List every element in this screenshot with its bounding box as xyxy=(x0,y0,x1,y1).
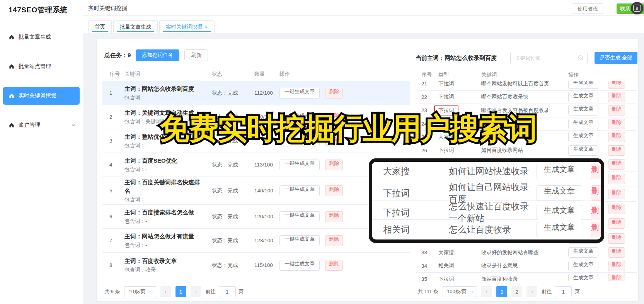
generate-article-button[interactable]: 一键生成文章 xyxy=(279,211,320,222)
add-task-button[interactable]: 添加挖词任务 xyxy=(136,49,179,61)
generate-article-button[interactable]: 一键生成文章 xyxy=(279,88,320,99)
delete-button[interactable]: 删除 xyxy=(608,274,625,281)
cell-count: 123/100 xyxy=(254,238,279,243)
tab-article-batch[interactable]: 批量文章生成 xyxy=(113,20,158,33)
table-row[interactable]: 1 主词：网站怎么收录到百度包含词：- 状态：完成 112/100 一键生成文章… xyxy=(102,81,410,105)
page-button-1[interactable]: 1 xyxy=(175,286,186,297)
cell-keyword: 新站百度秒收录 xyxy=(481,276,568,281)
sidebar-item-account[interactable]: 账户管理 xyxy=(0,116,83,134)
delete-button[interactable]: 删除 xyxy=(608,145,625,156)
table-row[interactable]: 33 大家搜 收录好的发帖网站有哪些 生成文章删除 xyxy=(416,246,637,260)
cell-keyword: 哪个网站百度收录快 xyxy=(481,93,568,100)
delete-button[interactable]: 删除 xyxy=(325,211,343,222)
generate-article-button[interactable]: 生成文章 xyxy=(568,261,598,271)
delete-button[interactable]: 删除 xyxy=(325,185,343,196)
generate-article-button[interactable]: 生成文章 xyxy=(537,222,582,237)
prev-page-button[interactable]: ‹ xyxy=(160,286,171,297)
generate-article-button[interactable]: 一键生成文章 xyxy=(279,160,320,170)
delete-button[interactable]: 删除 xyxy=(608,261,625,271)
table-row[interactable]: 6 主词：百度搜索排名怎么做包含词：- 状态：完成 120/100 一键生成文章… xyxy=(102,205,410,229)
col-no: 序号 xyxy=(421,71,438,78)
table-row[interactable]: 7 主词：网站怎么做才有流量包含词：- 状态：完成 123/100 一键生成文章… xyxy=(102,229,410,253)
generate-article-button[interactable]: 生成文章 xyxy=(568,81,598,89)
delete-button[interactable]: 删除 xyxy=(608,233,625,244)
generate-article-button[interactable]: 生成文章 xyxy=(568,92,598,102)
sidebar-item-keyword-mining[interactable]: 实时关键词挖掘 xyxy=(3,87,80,105)
sidebar-item-article-batch[interactable]: 批量文章生成 xyxy=(0,28,83,46)
delete-button[interactable]: 删除 xyxy=(608,81,625,89)
col-keyword: 关键词 xyxy=(124,71,212,78)
delete-button[interactable]: 删除 xyxy=(608,119,625,129)
table-row[interactable]: 34 相关词 收录是什么意思 生成文章删除 xyxy=(416,259,637,273)
tutorial-button[interactable]: 使用教程 xyxy=(572,3,603,14)
delete-button[interactable]: 删除 xyxy=(608,247,625,258)
table-row[interactable]: 4 主词：百度SEO优化包含词：- 状态：完成 113/100 一键生成文章删除 xyxy=(102,153,410,177)
tab-home[interactable]: 首页 xyxy=(88,20,112,33)
float-widget-icon[interactable]: 文 xyxy=(631,2,643,14)
delete-button[interactable]: 删 xyxy=(591,164,604,179)
tab-bar: 首页 批量文章生成 实时关键词挖掘 × xyxy=(83,16,644,33)
goto-page-input[interactable] xyxy=(555,286,572,297)
cell-no: 5 xyxy=(109,188,124,194)
delete-button[interactable]: 删 xyxy=(591,222,604,237)
cell-main-word: 主词：百度搜索排名怎么做 xyxy=(124,208,204,217)
delete-button[interactable]: 删除 xyxy=(608,159,625,170)
sidebar-item-label: 实时关键词挖掘 xyxy=(19,92,56,99)
delete-button[interactable]: 删除 xyxy=(608,132,625,142)
prev-page-button[interactable]: ‹ xyxy=(481,286,492,297)
generate-article-button[interactable]: 一键生成文章 xyxy=(279,235,320,246)
generate-article-button[interactable]: 一键生成文章 xyxy=(279,185,320,196)
table-row[interactable]: 26 下拉词 如何百度收录网站 生成文章删除 xyxy=(416,144,637,158)
delete-button[interactable]: 删除 xyxy=(608,92,625,102)
next-page-button[interactable]: › xyxy=(526,286,537,297)
cell-type: 相关词 xyxy=(383,224,449,236)
refresh-button[interactable]: 刷新 xyxy=(184,49,208,61)
page-size-select[interactable]: 10条/页 xyxy=(124,286,156,297)
delete-button[interactable]: 删除 xyxy=(325,235,343,246)
sidebar-item-site-batch[interactable]: 批量站点管理 xyxy=(0,58,83,75)
cell-no: 34 xyxy=(421,263,438,269)
page-button-1[interactable]: 1 xyxy=(496,286,507,297)
generate-all-button[interactable]: 是否生成:全部 xyxy=(595,52,637,64)
table-row[interactable]: 8 主词：百度收录文章包含词：收录 状态：完成 115/100 一键生成文章删除 xyxy=(102,253,410,278)
page-size-select[interactable]: 100条/页 xyxy=(443,286,477,297)
generate-article-button[interactable]: 生成文章 xyxy=(568,274,598,281)
goto-page-input[interactable] xyxy=(219,286,236,297)
generate-article-button[interactable]: 生成文章 xyxy=(537,205,582,220)
keywords-table-header: 序号 类型 关键词 操作 xyxy=(416,69,637,81)
close-icon[interactable]: × xyxy=(205,24,208,30)
delete-button[interactable]: 删除 xyxy=(608,218,625,229)
next-page-button[interactable]: › xyxy=(191,286,201,297)
delete-button[interactable]: 删 xyxy=(591,205,604,220)
cell-keyword: 如何百度收录网站 xyxy=(481,147,568,154)
tab-keyword-mining[interactable]: 实时关键词挖掘 × xyxy=(159,20,215,33)
generate-article-button[interactable]: 生成文章 xyxy=(568,105,598,115)
table-row[interactable]: 22 下拉词 哪个网站百度收录快 生成文章删除 xyxy=(416,91,637,104)
delete-button[interactable]: 删除 xyxy=(325,160,343,170)
generate-article-button[interactable]: 生成文章 xyxy=(537,164,582,179)
generate-article-button[interactable]: 生成文章 xyxy=(568,132,598,142)
keywords-pagination: 共 111 条 100条/页 ‹ 1 2 › 前往 页 xyxy=(418,286,580,297)
generate-article-button[interactable]: 一键生成文章 xyxy=(279,260,320,271)
delete-button[interactable]: 删除 xyxy=(608,105,625,115)
table-row[interactable]: 21 下拉词 哪个网站发帖可以上百度首页 生成文章删除 xyxy=(416,81,637,91)
generate-article-button[interactable]: 生成文章 xyxy=(568,119,598,129)
page-button-2[interactable]: 2 xyxy=(511,286,522,297)
cell-type: 下拉词 xyxy=(383,187,449,199)
delete-button[interactable]: 删除 xyxy=(608,174,625,184)
delete-button[interactable]: 删 xyxy=(591,185,604,201)
cell-no: 35 xyxy=(421,276,438,281)
tab-label: 批量文章生成 xyxy=(120,24,151,31)
delete-button[interactable]: 删除 xyxy=(325,88,343,99)
generate-article-button[interactable]: 生成文章 xyxy=(568,145,598,156)
table-row[interactable]: 5 主词：百度关键词排名快速排名包含词：- 状态：完成 140/100 一键生成… xyxy=(102,177,410,205)
table-row[interactable]: 35 下拉词 新站百度秒收录 生成文章删除 xyxy=(416,273,637,281)
keyword-filter-input[interactable] xyxy=(510,52,588,64)
page-title: 实时关键词挖掘 xyxy=(88,5,128,12)
generate-article-button[interactable]: 生成文章 xyxy=(568,247,598,258)
delete-button[interactable]: 删除 xyxy=(608,204,625,214)
delete-button[interactable]: 删除 xyxy=(608,189,625,199)
generate-article-button[interactable]: 生成文章 xyxy=(537,185,582,201)
zoom-row: 下拉词 怎么快速让百度收录一个新站 生成文章删 xyxy=(372,200,601,220)
delete-button[interactable]: 删除 xyxy=(325,260,343,271)
